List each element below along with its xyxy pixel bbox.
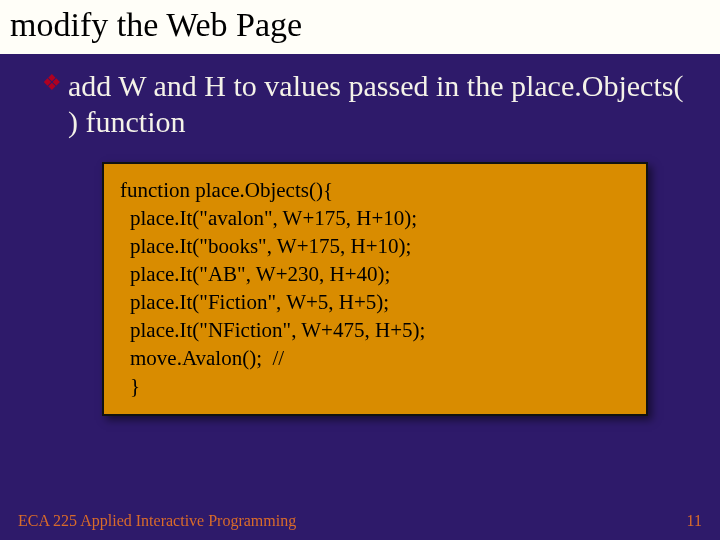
code-line: place.It("books", W+175, H+10);	[120, 232, 630, 260]
code-box: function place.Objects(){ place.It("aval…	[102, 162, 648, 416]
code-line: }	[120, 372, 630, 400]
slide: modify the Web Page ❖ add W and H to val…	[0, 0, 720, 540]
code-line: place.It("NFiction", W+475, H+5);	[120, 316, 630, 344]
bullet-text: add W and H to values passed in the plac…	[68, 66, 688, 140]
diamond-bullet-icon: ❖	[42, 66, 62, 100]
footer-course: ECA 225 Applied Interactive Programming	[18, 512, 296, 530]
slide-body: ❖ add W and H to values passed in the pl…	[0, 54, 720, 416]
code-line: place.It("Fiction", W+5, H+5);	[120, 288, 630, 316]
slide-title: modify the Web Page	[10, 6, 710, 44]
code-line: function place.Objects(){	[120, 176, 630, 204]
bullet-item: ❖ add W and H to values passed in the pl…	[42, 66, 688, 140]
code-line: place.It("avalon", W+175, H+10);	[120, 204, 630, 232]
code-line: move.Avalon(); //	[120, 344, 630, 372]
footer-page: 11	[687, 512, 702, 530]
header-band: modify the Web Page	[0, 0, 720, 54]
slide-footer: ECA 225 Applied Interactive Programming …	[0, 512, 720, 530]
code-line: place.It("AB", W+230, H+40);	[120, 260, 630, 288]
